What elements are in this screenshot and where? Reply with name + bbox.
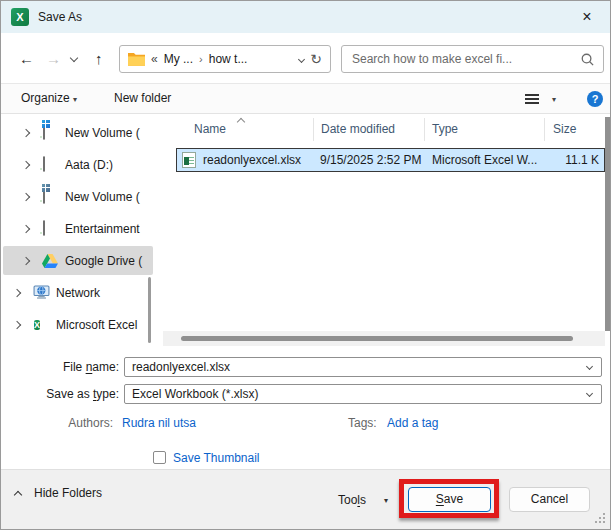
recent-locations-chevron-icon[interactable] xyxy=(70,54,78,62)
sidebar-item-network[interactable]: Network xyxy=(1,277,157,309)
drive-icon xyxy=(43,221,45,235)
sidebar-scrollbar[interactable] xyxy=(148,277,151,343)
expand-chevron-icon[interactable] xyxy=(13,321,21,329)
search-box xyxy=(341,45,604,73)
expand-chevron-icon[interactable] xyxy=(13,289,21,297)
label-text: File xyxy=(63,360,86,374)
breadcrumb-segment[interactable]: My ... xyxy=(164,52,193,66)
folder-icon xyxy=(128,52,145,66)
dropdown-triangle-icon: ▾ xyxy=(73,85,77,114)
type-cell: Microsoft Excel W... xyxy=(432,153,537,167)
sidebar-item-label: Network xyxy=(56,286,100,300)
file-name-value: readonlyexcel.xlsx xyxy=(132,360,230,374)
new-folder-button[interactable]: New folder xyxy=(114,84,171,113)
excel-icon: X xyxy=(34,317,40,333)
save-thumbnail-checkbox[interactable] xyxy=(153,451,166,464)
sidebar-item-entertainment[interactable]: Entertainment xyxy=(1,213,157,245)
google-drive-icon xyxy=(42,254,58,271)
expand-chevron-icon[interactable] xyxy=(22,225,30,233)
size-cell: 11.1 K xyxy=(547,153,599,167)
sidebar-item-label: New Volume ( xyxy=(65,126,140,140)
tags-label: Tags: xyxy=(348,416,377,430)
save-as-dialog: X Save As × ← → ↑ « My ... › how t... ↻ … xyxy=(0,0,611,530)
column-header-name[interactable]: Name xyxy=(194,122,226,136)
expand-chevron-icon[interactable] xyxy=(22,129,30,137)
breadcrumb-collapsed[interactable]: « xyxy=(151,52,158,66)
add-tag-link[interactable]: Add a tag xyxy=(387,416,438,430)
breadcrumb[interactable]: « My ... › how t... ↻ xyxy=(119,45,331,73)
file-name-combobox[interactable]: readonlyexcel.xlsx xyxy=(124,357,602,377)
view-list-icon[interactable] xyxy=(525,94,539,96)
drive-windows-icon xyxy=(43,125,45,139)
view-options-dropdown-icon[interactable]: ▾ xyxy=(552,94,556,106)
excel-file-icon xyxy=(182,152,196,168)
breadcrumb-segment[interactable]: how t... xyxy=(209,52,248,66)
search-input[interactable] xyxy=(352,47,567,71)
column-divider[interactable] xyxy=(313,118,314,141)
column-header-type[interactable]: Type xyxy=(432,122,458,136)
excel-logo-icon: X xyxy=(11,8,29,26)
drive-icon xyxy=(43,157,45,171)
close-icon[interactable]: × xyxy=(574,7,600,27)
search-icon[interactable] xyxy=(580,52,595,67)
authors-link[interactable]: Rudra nil utsa xyxy=(122,416,196,430)
sidebar-item-label: Entertainment xyxy=(65,222,140,236)
sidebar-item-label: New Volume ( xyxy=(65,190,140,204)
vertical-scrollbar[interactable] xyxy=(605,117,611,331)
organize-button[interactable]: Organize ▾ xyxy=(21,84,77,114)
sidebar-item-label: Aata (D:) xyxy=(65,158,113,172)
tools-button[interactable]: Tools ▾ xyxy=(338,493,366,507)
sidebar-item-label: Google Drive ( xyxy=(65,254,142,268)
label-mnemonic: S xyxy=(436,492,444,506)
label-text: s xyxy=(360,493,366,507)
authors-label: Authors: xyxy=(21,416,113,430)
sidebar-item-aata-d[interactable]: Aata (D:) xyxy=(1,149,157,181)
column-divider[interactable] xyxy=(544,118,545,141)
chevron-up-icon xyxy=(14,491,22,499)
window-title: Save As xyxy=(38,1,82,33)
file-row[interactable]: readonlyexcel.xlsx 9/15/2025 2:52 PM Mic… xyxy=(176,148,605,172)
hide-folders-label: Hide Folders xyxy=(34,486,102,500)
titlebar: X Save As × xyxy=(1,1,610,33)
back-icon[interactable]: ← xyxy=(19,51,34,67)
refresh-icon[interactable]: ↻ xyxy=(310,52,322,66)
cancel-button[interactable]: Cancel xyxy=(509,487,590,512)
address-chevron-down-icon[interactable] xyxy=(298,55,305,62)
chevron-down-icon[interactable] xyxy=(586,363,593,370)
forward-icon[interactable]: → xyxy=(46,51,61,67)
expand-chevron-icon[interactable] xyxy=(22,161,30,169)
column-header-date-modified[interactable]: Date modified xyxy=(321,122,395,136)
label-text: ype: xyxy=(96,387,119,401)
save-thumbnail-label[interactable]: Save Thumbnail xyxy=(173,451,260,465)
sidebar-item-new-volume-1[interactable]: New Volume ( xyxy=(1,117,157,149)
help-icon[interactable]: ? xyxy=(587,91,603,107)
up-icon[interactable]: ↑ xyxy=(95,51,103,67)
dropdown-triangle-icon: ▾ xyxy=(384,496,388,505)
expand-chevron-icon[interactable] xyxy=(22,257,30,265)
expand-chevron-icon[interactable] xyxy=(22,193,30,201)
file-name-cell: readonlyexcel.xlsx xyxy=(203,153,301,167)
organize-label: Organize xyxy=(21,91,70,105)
column-divider[interactable] xyxy=(424,118,425,141)
sidebar-item-microsoft-excel[interactable]: X Microsoft Excel xyxy=(1,309,157,341)
horizontal-scrollbar[interactable] xyxy=(163,331,605,346)
column-header-size[interactable]: Size xyxy=(553,122,576,136)
label-text: ame: xyxy=(92,360,119,374)
save-as-type-combobox[interactable]: Excel Workbook (*.xlsx) xyxy=(124,384,602,404)
save-as-type-label: Save as type: xyxy=(21,387,119,401)
date-modified-cell: 9/15/2025 2:52 PM xyxy=(320,153,421,167)
label-text: ave xyxy=(444,492,463,506)
sort-ascending-icon xyxy=(237,118,245,126)
drive-windows-icon xyxy=(43,189,45,203)
scrollbar-thumb[interactable] xyxy=(181,336,573,341)
sidebar-item-new-volume-2[interactable]: New Volume ( xyxy=(1,181,157,213)
breadcrumb-separator-icon: › xyxy=(199,53,203,65)
file-name-label: File name: xyxy=(21,360,119,374)
save-button[interactable]: Save xyxy=(408,487,491,512)
chevron-down-icon[interactable] xyxy=(586,390,593,397)
save-as-type-value: Excel Workbook (*.xlsx) xyxy=(132,387,258,401)
label-text: Too xyxy=(338,493,357,507)
resize-grip[interactable] xyxy=(595,513,597,515)
network-icon xyxy=(33,285,50,303)
sidebar-item-google-drive[interactable]: Google Drive ( xyxy=(1,245,157,277)
